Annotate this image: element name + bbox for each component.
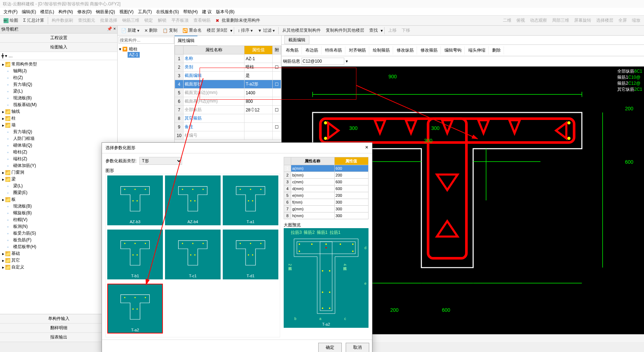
tab-project[interactable]: 工程设置 bbox=[0, 33, 117, 43]
tb-rotate[interactable]: 屏幕旋转 bbox=[572, 17, 593, 24]
shape-T-a1[interactable]: T-a1 bbox=[223, 175, 278, 225]
prop-row[interactable]: 2类别暗柱☐ bbox=[175, 63, 281, 72]
rt-edge[interactable]: 布边筋 bbox=[303, 46, 321, 54]
tree-item[interactable]: ▫ 剪力墙(Q) bbox=[1, 81, 117, 88]
rt-extend[interactable]: 端头伸缩 bbox=[465, 46, 489, 54]
shape-T-a2[interactable]: T-a2 bbox=[107, 284, 163, 333]
tb2-del[interactable]: ✕删除 bbox=[142, 27, 160, 34]
menu-view[interactable]: 视图(V) bbox=[117, 8, 136, 15]
tb2-sort[interactable]: ↕排序 ▾ bbox=[236, 27, 255, 34]
property-table[interactable]: 属性名称属性值附 1名称AZ-12类别暗柱☐3截面编辑是4截面形状T-a2形☐5… bbox=[175, 46, 281, 140]
param-row[interactable]: 4d(mm)600 bbox=[284, 185, 369, 192]
tree-item[interactable]: ▫ 端柱(Z) bbox=[1, 156, 117, 162]
tb-unlock[interactable]: 解锁 bbox=[156, 17, 169, 24]
prop-row[interactable]: 8其它箍筋 bbox=[175, 114, 281, 123]
menu-file[interactable]: 文件(F) bbox=[1, 8, 20, 15]
menu-help[interactable]: 帮助(H) bbox=[181, 8, 200, 15]
menu-component[interactable]: 构件(N) bbox=[56, 8, 75, 15]
type-select[interactable]: T形 bbox=[139, 157, 182, 165]
prop-tab[interactable]: 属性编辑 bbox=[175, 36, 197, 46]
tree-item[interactable]: ▸ 📁 其它 bbox=[1, 257, 117, 264]
menu-version[interactable]: 版本号(B) bbox=[214, 8, 237, 15]
component-tree[interactable]: ▸ 📁 常用构件类型▫ 轴网(J)▫ 柱(Z)▫ 剪力墙(Q)▫ 梁(L)▫ 现… bbox=[0, 60, 117, 314]
tb-brush[interactable]: 构件数据刷 bbox=[50, 17, 75, 24]
tree-item[interactable]: ▸ 📁 常用构件类型 bbox=[1, 61, 117, 68]
rt-align[interactable]: 对齐钢筋 bbox=[346, 46, 369, 54]
menu-online[interactable]: 在线服务(S) bbox=[154, 8, 181, 15]
tree-item[interactable]: ▸ 📁 轴线 bbox=[1, 108, 117, 115]
tb2-up[interactable]: 上移 bbox=[386, 27, 399, 34]
shape-AZ-b3[interactable]: AZ-b3 bbox=[107, 175, 163, 225]
tb-top[interactable]: 俯视 bbox=[514, 17, 527, 24]
tb2-copy-to[interactable]: 复制构件到其他楼层 bbox=[324, 27, 366, 34]
toolbar-mini[interactable]: ╋ ▾ … bbox=[0, 52, 117, 60]
tree-item[interactable]: ▫ 圈梁(E) bbox=[1, 189, 117, 196]
rt-mod-long[interactable]: 修改纵筋 bbox=[394, 46, 417, 54]
section-edit-tab[interactable]: 截面编辑 bbox=[284, 36, 309, 44]
rebar-info-input[interactable] bbox=[302, 58, 344, 65]
btab-detail[interactable]: 翻样明细 bbox=[0, 324, 117, 333]
cancel-button[interactable]: 取消 bbox=[346, 343, 369, 352]
menu-suggest[interactable]: 建 议 bbox=[200, 8, 214, 15]
prop-row[interactable]: 6截面高(H边)(mm)800 bbox=[175, 97, 281, 106]
tb-2d[interactable]: 二维 bbox=[501, 17, 514, 24]
param-row[interactable]: 8h(mm)300 bbox=[284, 212, 369, 219]
rt-special[interactable]: 特殊布筋 bbox=[322, 46, 345, 54]
tb-local3d[interactable]: 局部三维 bbox=[550, 17, 571, 24]
rt-draw[interactable]: 绘制箍筋 bbox=[370, 46, 393, 54]
param-row[interactable]: 7g(mm)300 bbox=[284, 206, 369, 212]
tb-batch-sel[interactable]: 批量选择 bbox=[98, 17, 119, 24]
param-row[interactable]: 3c(mm)600 bbox=[284, 179, 369, 185]
rt-mod-stir[interactable]: 修改箍筋 bbox=[418, 46, 441, 54]
btab-report[interactable]: 报表输出 bbox=[0, 333, 117, 342]
tb2-filter[interactable]: ▼过滤 ▾ bbox=[256, 27, 277, 34]
prop-row[interactable]: 10柱编号 bbox=[175, 131, 281, 140]
rt-corner[interactable]: 布角筋 bbox=[283, 46, 302, 54]
rt-del[interactable]: 删除 bbox=[489, 46, 504, 54]
tb-orbit[interactable]: 动态观察 bbox=[528, 17, 549, 24]
tb-sel-floor[interactable]: 选择楼层 bbox=[594, 17, 615, 24]
ok-button[interactable]: 确定 bbox=[318, 343, 342, 352]
tb-flush[interactable]: 平齐板顶 bbox=[169, 17, 191, 24]
nav-pin-icon[interactable]: 📌 × bbox=[107, 26, 116, 32]
tree-child[interactable]: AZ-1 bbox=[128, 52, 140, 58]
tb-view-rebar[interactable]: 查看钢筋 bbox=[191, 17, 213, 24]
param-row[interactable]: 1a(mm)600 bbox=[284, 165, 369, 172]
tree-item[interactable]: ▫ 筏板基础(M) bbox=[1, 101, 117, 108]
param-row[interactable]: 6f(mm)300 bbox=[284, 199, 369, 206]
param-row[interactable]: 2b(mm)200 bbox=[284, 172, 369, 179]
menu-floor[interactable]: 楼层(L) bbox=[38, 8, 56, 15]
tb2-new[interactable]: 📄新建 ▾ bbox=[119, 27, 141, 34]
tree-item[interactable]: ▸ 📁 基础 bbox=[1, 250, 117, 257]
tree-item[interactable]: ▸ 📁 墙 bbox=[1, 122, 117, 128]
tree-item[interactable]: ▫ 螺旋板(B) bbox=[1, 210, 117, 216]
tb-batch-del[interactable]: ✖批量删除未使用构件 bbox=[213, 17, 262, 24]
tree-item[interactable]: ▫ 现浇板(B) bbox=[1, 203, 117, 210]
rt-hook[interactable]: 编辑弯钩 bbox=[442, 46, 465, 54]
tb-full[interactable]: 全屏 bbox=[616, 17, 629, 24]
tree-item[interactable]: ▫ 梁(L) bbox=[1, 88, 117, 95]
tb2-rename[interactable]: 🔁重命名 bbox=[180, 27, 204, 34]
tree-root[interactable]: ▾ 🔽 暗柱 bbox=[119, 46, 173, 52]
prop-row[interactable]: 3截面编辑是 bbox=[175, 72, 281, 80]
tree-item[interactable]: ▫ 楼层板带(H) bbox=[1, 243, 117, 250]
search-input[interactable] bbox=[119, 37, 174, 44]
menu-rebar[interactable]: 钢筋量(Q) bbox=[94, 8, 117, 15]
tree-item[interactable]: ▫ 轴网(J) bbox=[1, 68, 117, 74]
tree-item[interactable]: ▸ 📁 自定义 bbox=[1, 264, 117, 270]
tree-item[interactable]: ▫ 板负筋(F) bbox=[1, 237, 117, 243]
tree-item[interactable]: ▸ 📁 板 bbox=[1, 196, 117, 203]
tb2-floor[interactable]: 楼层 第9层 bbox=[205, 27, 230, 34]
tree-item[interactable]: ▫ 现浇板(B) bbox=[1, 95, 117, 101]
prop-row[interactable]: 4截面形状T-a2形☐ bbox=[175, 80, 281, 89]
shape-AZ-b4[interactable]: AZ-b4 bbox=[165, 175, 221, 225]
menu-modify[interactable]: 修改(D) bbox=[75, 8, 94, 15]
tree-item[interactable]: ▫ 剪力墙(Q) bbox=[1, 128, 117, 135]
prop-row[interactable]: 7全部纵筋28⏀12☐ bbox=[175, 106, 281, 114]
close-icon[interactable]: ✕ bbox=[365, 145, 369, 151]
tb2-copy-from[interactable]: 从其他楼层复制构件 bbox=[280, 27, 323, 34]
tb2-copy[interactable]: 📋复制 bbox=[160, 27, 180, 34]
tb-lock[interactable]: 锁定 bbox=[142, 17, 155, 24]
tb-find[interactable]: 查找图元 bbox=[76, 17, 97, 24]
tree-item[interactable]: ▫ 柱帽(V) bbox=[1, 216, 117, 223]
